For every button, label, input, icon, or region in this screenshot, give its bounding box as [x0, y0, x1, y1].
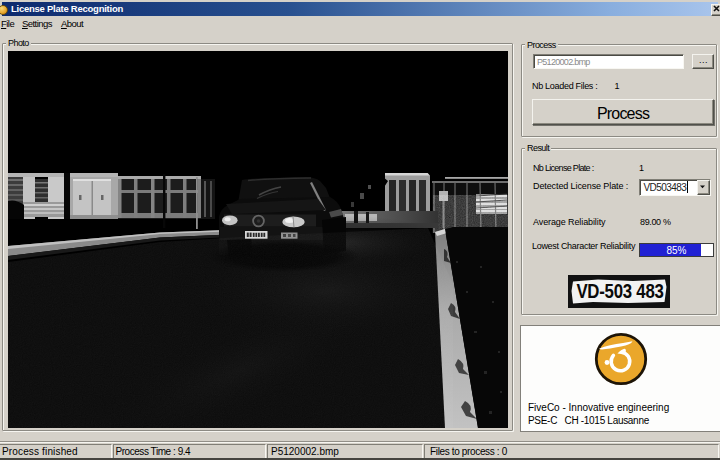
svg-text:VD-503 483: VD-503 483	[576, 280, 663, 303]
